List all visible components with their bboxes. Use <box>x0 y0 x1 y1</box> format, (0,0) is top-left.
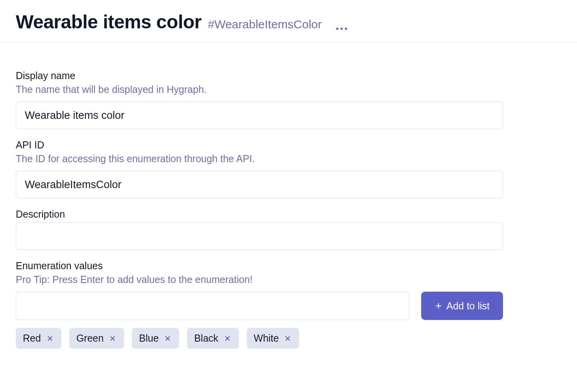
display-name-help: The name that will be displayed in Hygra… <box>16 84 561 95</box>
form-content: Display name The name that will be displ… <box>0 43 577 375</box>
add-to-list-label: Add to list <box>446 300 490 312</box>
enumeration-values-label: Enumeration values <box>16 260 561 272</box>
description-input[interactable] <box>16 222 503 250</box>
enumeration-values-help: Pro Tip: Press Enter to add values to th… <box>16 274 561 285</box>
enum-chip-label: Green <box>76 333 104 344</box>
enum-chip: Red <box>16 328 61 349</box>
enum-chip-remove-button[interactable] <box>108 334 117 343</box>
enum-chip-remove-button[interactable] <box>163 334 172 343</box>
close-icon <box>224 335 231 342</box>
enum-chip: Black <box>187 328 239 349</box>
api-id-field: API ID The ID for accessing this enumera… <box>16 139 561 198</box>
add-to-list-button[interactable]: Add to list <box>421 292 503 320</box>
enumeration-values-field: Enumeration values Pro Tip: Press Enter … <box>16 260 561 349</box>
more-dots-icon <box>336 28 338 30</box>
api-id-input[interactable] <box>16 171 503 198</box>
enum-chip: Green <box>69 328 124 349</box>
page-header: Wearable items color #WearableItemsColor <box>0 0 577 43</box>
enum-chip-label: White <box>254 333 279 344</box>
close-icon <box>164 335 171 342</box>
api-id-help: The ID for accessing this enumeration th… <box>16 153 561 165</box>
close-icon <box>109 335 116 342</box>
description-label: Description <box>16 209 561 220</box>
enum-chip-label: Blue <box>139 333 159 344</box>
enum-chip-remove-button[interactable] <box>46 334 54 343</box>
display-name-label: Display name <box>16 70 561 81</box>
page-hash-id: #WearableItemsColor <box>208 18 322 31</box>
more-actions-button[interactable] <box>333 24 350 33</box>
enum-chip-label: Black <box>194 333 218 344</box>
display-name-field: Display name The name that will be displ… <box>16 70 561 129</box>
plus-icon <box>435 302 442 310</box>
enum-chip: Blue <box>132 328 179 349</box>
enum-chip: White <box>247 328 300 349</box>
api-id-label: API ID <box>16 139 561 151</box>
enum-chip-label: Red <box>23 333 41 344</box>
description-field: Description <box>16 209 561 250</box>
close-icon <box>284 335 291 342</box>
close-icon <box>46 335 54 342</box>
enum-chip-remove-button[interactable] <box>283 334 292 343</box>
page-title: Wearable items color <box>16 11 202 33</box>
enumeration-value-input[interactable] <box>16 292 409 320</box>
display-name-input[interactable] <box>16 102 503 129</box>
enum-chip-remove-button[interactable] <box>223 334 232 343</box>
enum-chips-container: RedGreenBlueBlackWhite <box>16 328 503 349</box>
